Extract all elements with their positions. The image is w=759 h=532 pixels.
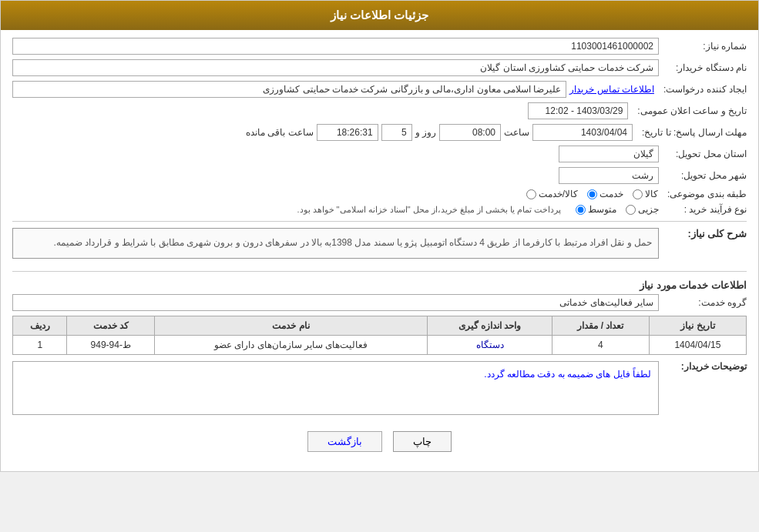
buyer-org-row: نام دستگاه خریدار: شرکت خدمات حمایتی کشا… <box>12 59 747 76</box>
deadline-date: 1403/04/04 <box>532 124 633 141</box>
city-label: شهر محل تحویل: <box>662 170 747 181</box>
content-area: شماره نیاز: 1103001461000002 نام دستگاه … <box>1 30 758 471</box>
divider1 <box>12 221 747 222</box>
process-jozi-label: جزیی <box>638 204 659 215</box>
category-kala-label: کالا <box>645 189 658 199</box>
buyer-notes-box: لطفاً فایل های ضمیمه به دقت مطالعه گردد. <box>12 361 659 415</box>
process-jozi-item: جزیی <box>626 204 659 215</box>
buyer-notes-label: توضیحات خریدار: <box>662 361 747 372</box>
buyer-notes-row: توضیحات خریدار: لطفاً فایل های ضمیمه به … <box>12 361 747 419</box>
city-row: شهر محل تحویل: رشت <box>12 167 747 184</box>
col-quantity: تعداد / مقدار <box>552 316 649 335</box>
footer-buttons: چاپ بازگشت <box>12 423 747 463</box>
buyer-org-value: شرکت خدمات حمایتی کشاورزی استان گیلان <box>12 59 659 76</box>
category-kala-khadamat-label: کالا/خدمت <box>539 189 578 199</box>
deadline-label: مهلت ارسال پاسخ: تا تاریخ: <box>636 127 747 138</box>
description-row: شرح کلی نیاز: حمل و نقل افراد مرتبط با ک… <box>12 228 747 265</box>
col-service-code: کد خدمت <box>67 316 155 335</box>
contact-link[interactable]: اطلاعات تماس خریدار <box>569 84 654 95</box>
divider2 <box>12 271 747 272</box>
category-row: طبقه بندی موضوعی: کالا/خدمت خدمت کالا <box>12 189 747 199</box>
remaining-label: ساعت باقی مانده <box>246 127 314 138</box>
city-value: رشت <box>559 167 659 184</box>
announce-date-label: تاریخ و ساعت اعلان عمومی: <box>631 105 747 116</box>
announce-date-row: تاریخ و ساعت اعلان عمومی: 1403/03/29 - 1… <box>12 102 747 119</box>
process-motavaset-label: متوسط <box>588 204 616 215</box>
buyer-org-label: نام دستگاه خریدار: <box>662 62 747 73</box>
col-date: تاریخ نیاز <box>649 316 746 335</box>
process-label: نوع فرآیند خرید : <box>662 204 747 215</box>
category-kala-item: کالا <box>633 189 658 199</box>
services-table: تاریخ نیاز تعداد / مقدار واحد اندازه گیر… <box>12 316 747 355</box>
category-label: طبقه بندی موضوعی: <box>661 189 747 199</box>
creator-label: ایجاد کننده درخواست: <box>657 84 747 95</box>
category-kala-radio[interactable] <box>633 189 643 199</box>
category-kala-khadamat-radio[interactable] <box>526 189 536 199</box>
category-radio-group: کالا/خدمت خدمت کالا <box>526 189 658 199</box>
header-bar: جزئیات اطلاعات نیاز <box>1 1 758 30</box>
process-row: نوع فرآیند خرید : متوسط جزیی پرداخت تمام… <box>12 204 747 215</box>
category-kala-khadamat-item: کالا/خدمت <box>526 189 578 199</box>
process-radio-group: متوسط جزیی <box>576 204 659 215</box>
category-khadamat-item: خدمت <box>587 189 623 199</box>
cell-quantity: 4 <box>552 335 649 354</box>
cell-service-name: فعالیت‌های سایر سازمان‌های دارای عضو <box>155 335 428 354</box>
cell-date: 1404/04/15 <box>649 335 746 354</box>
service-group-value: سایر فعالیت‌های خدماتی <box>12 294 659 311</box>
days-label: روز و <box>415 127 436 138</box>
deadline-time-label: ساعت <box>504 127 529 138</box>
request-number-label: شماره نیاز: <box>662 41 747 52</box>
creator-row: ایجاد کننده درخواست: اطلاعات تماس خریدار… <box>12 81 747 98</box>
announce-date-value: 1403/03/29 - 12:02 <box>528 102 628 119</box>
main-container: جزئیات اطلاعات نیاز شماره نیاز: 11030014… <box>0 0 759 472</box>
col-service-name: نام خدمت <box>155 316 428 335</box>
process-jozi-radio[interactable] <box>626 205 636 215</box>
service-group-row: گروه خدمت: سایر فعالیت‌های خدماتی <box>12 294 747 311</box>
province-row: استان محل تحویل: گیلان <box>12 146 747 162</box>
back-button[interactable]: بازگشت <box>307 431 382 452</box>
request-number-row: شماره نیاز: 1103001461000002 <box>12 38 747 55</box>
province-value: گیلان <box>559 146 659 162</box>
description-label: شرح کلی نیاز: <box>662 228 747 239</box>
deadline-time: 08:00 <box>439 124 501 141</box>
service-info-title: اطلاعات خدمات مورد نیاز <box>12 279 747 291</box>
cell-unit: دستگاه <box>428 335 552 354</box>
buyer-notes-text: لطفاً فایل های ضمیمه به دقت مطالعه گردد. <box>17 366 654 383</box>
table-header-row: تاریخ نیاز تعداد / مقدار واحد اندازه گیر… <box>13 316 747 335</box>
col-row-num: ردیف <box>13 316 67 335</box>
days-value: 5 <box>381 124 412 141</box>
cell-row-num: 1 <box>13 335 67 354</box>
table-body: 1404/04/15 4 دستگاه فعالیت‌های سایر سازم… <box>13 335 747 354</box>
cell-service-code: ط-94-949 <box>67 335 155 354</box>
process-motavaset-item: متوسط <box>576 204 616 215</box>
deadline-row: مهلت ارسال پاسخ: تا تاریخ: 1403/04/04 سا… <box>12 124 747 141</box>
province-label: استان محل تحویل: <box>662 149 747 159</box>
category-khadamat-label: خدمت <box>599 189 623 199</box>
print-button[interactable]: چاپ <box>393 431 452 452</box>
process-note: پرداخت تمام یا بخشی از مبلغ خرید،از محل … <box>297 205 561 215</box>
remaining-value: 18:26:31 <box>317 124 378 141</box>
service-group-label: گروه خدمت: <box>662 297 747 308</box>
request-number-value: 1103001461000002 <box>12 38 659 55</box>
col-unit: واحد اندازه گیری <box>428 316 552 335</box>
table-row: 1404/04/15 4 دستگاه فعالیت‌های سایر سازم… <box>13 335 747 354</box>
creator-value: علیرضا اسلامی معاون اداری،مالی و بازرگان… <box>12 81 566 98</box>
process-motavaset-radio[interactable] <box>576 205 586 215</box>
category-khadamat-radio[interactable] <box>587 189 597 199</box>
description-text: حمل و نقل افراد مرتبط با کارفرما از طریق… <box>12 228 659 259</box>
header-title: جزئیات اطلاعات نیاز <box>331 8 428 22</box>
